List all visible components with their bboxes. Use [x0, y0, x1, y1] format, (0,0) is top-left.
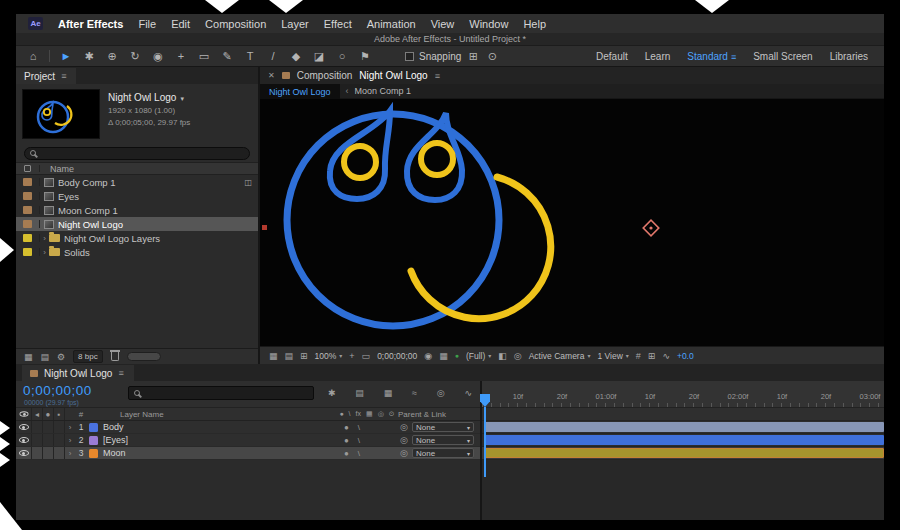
preview-comp-name[interactable]: Night Owl Logo▾: [108, 92, 190, 103]
composition-tab-name[interactable]: Night Owl Logo: [359, 70, 427, 81]
eye-icon[interactable]: [19, 437, 29, 443]
workspace-small-screen[interactable]: Small Screen: [753, 51, 812, 62]
expander-icon[interactable]: ›: [40, 234, 49, 243]
layer-name-column-header[interactable]: Layer Name: [100, 410, 338, 419]
menu-help[interactable]: Help: [523, 18, 546, 30]
timeline-track-area[interactable]: 10f 20f 01:00f 10f 20f 02:00f 10f 20f 03…: [482, 381, 884, 520]
time-ruler[interactable]: 10f 20f 01:00f 10f 20f 02:00f 10f 20f 03…: [482, 381, 884, 408]
label-chip[interactable]: [23, 220, 32, 228]
timeline-wave-icon[interactable]: ∿: [662, 351, 670, 361]
project-item-solids[interactable]: › Solids: [16, 245, 258, 259]
search-input[interactable]: [24, 147, 250, 160]
layer-name[interactable]: Body: [103, 422, 338, 432]
quality-toggle-icon[interactable]: \: [358, 449, 360, 458]
project-settings-icon[interactable]: ⚙: [57, 352, 65, 362]
magnification-grid-icon[interactable]: ▤: [285, 351, 294, 361]
quality-toggle-icon[interactable]: \: [358, 423, 360, 432]
choose-grid-icon[interactable]: ⊞: [300, 351, 308, 361]
project-item-night-owl-logo-layers[interactable]: › Night Owl Logo Layers: [16, 231, 258, 245]
brush-tool-icon[interactable]: /: [266, 51, 280, 62]
workspace-libraries[interactable]: Libraries: [830, 51, 868, 62]
menu-edit[interactable]: Edit: [171, 18, 190, 30]
hide-shy-layers-icon[interactable]: ▦: [384, 388, 393, 398]
project-item-body-comp-1[interactable]: Body Comp 1 ◫: [16, 175, 258, 189]
bit-depth-badge[interactable]: 8 bpc: [73, 350, 103, 363]
label-chip[interactable]: [23, 248, 32, 256]
parent-dropdown[interactable]: None ▾: [412, 422, 474, 432]
label-chip[interactable]: [23, 178, 32, 186]
parent-link-column-header[interactable]: Parent & Link: [396, 410, 480, 419]
camera-select[interactable]: Active Camera: [529, 351, 585, 361]
panel-menu-icon[interactable]: ≡: [118, 368, 123, 378]
composition-mini-flowchart-icon[interactable]: ✱: [328, 388, 336, 398]
interpret-footage-icon[interactable]: ▦: [24, 352, 33, 362]
expander-icon[interactable]: ›: [65, 436, 75, 445]
breadcrumb-current[interactable]: Night Owl Logo: [260, 84, 340, 99]
breadcrumb-parent[interactable]: Moon Comp 1: [355, 86, 412, 96]
eye-icon[interactable]: [19, 424, 29, 430]
snap-target-icon[interactable]: ⊙: [485, 51, 499, 62]
layer-row-moon[interactable]: › 3 Moon ● \ ◎ None ▾: [16, 447, 480, 460]
layer-row-eyes[interactable]: › 2 [Eyes] ● \ ◎ None ▾: [16, 434, 480, 447]
menu-animation[interactable]: Animation: [367, 18, 416, 30]
expander-icon[interactable]: ›: [65, 423, 75, 432]
camera-tool-icon[interactable]: ◉: [151, 51, 165, 62]
tab-timeline-night-owl-logo[interactable]: Night Owl Logo ≡: [22, 365, 134, 381]
composition-thumbnail[interactable]: [22, 89, 100, 139]
puppet-pin-tool-icon[interactable]: ⚑: [358, 51, 372, 62]
panel-menu-icon[interactable]: ≡: [435, 71, 440, 81]
menu-view[interactable]: View: [431, 18, 455, 30]
parent-pickwhip-icon[interactable]: ◎: [396, 435, 412, 445]
menu-effect[interactable]: Effect: [324, 18, 352, 30]
frame-blending-icon[interactable]: ≈: [412, 388, 417, 398]
snapshot-icon[interactable]: ◉: [424, 351, 432, 361]
channel-select-icon[interactable]: ◎: [514, 351, 522, 361]
region-of-interest-icon[interactable]: ▭: [362, 351, 371, 361]
number-column-header[interactable]: #: [75, 410, 87, 419]
composition-tab-prefix[interactable]: Composition: [297, 70, 353, 81]
selection-tool-icon[interactable]: ►: [59, 51, 73, 62]
name-column-header[interactable]: Name: [40, 164, 74, 174]
label-chip[interactable]: [23, 206, 32, 214]
project-item-night-owl-logo[interactable]: Night Owl Logo: [16, 217, 258, 231]
resolution-select[interactable]: (Full): [466, 351, 485, 361]
label-chip[interactable]: [23, 234, 32, 242]
layer-bar-row-body[interactable]: [482, 421, 884, 434]
shy-toggle-icon[interactable]: ●: [344, 436, 349, 445]
workspace-standard[interactable]: Standard≡: [687, 51, 736, 62]
menu-layer[interactable]: Layer: [281, 18, 309, 30]
layer-label-chip[interactable]: [89, 436, 98, 445]
menu-window[interactable]: Window: [469, 18, 508, 30]
exposure-value[interactable]: +0.0: [677, 351, 694, 361]
orbit-tool-icon[interactable]: ↻: [128, 51, 142, 62]
new-folder-icon[interactable]: ▤: [41, 352, 50, 362]
guides-icon[interactable]: ⊞: [648, 351, 656, 361]
panel-menu-icon[interactable]: ≡: [61, 71, 66, 81]
layer-duration-bar[interactable]: [485, 422, 884, 432]
timeline-search-input[interactable]: [128, 386, 314, 400]
transparency-grid-icon[interactable]: ◧: [498, 351, 507, 361]
shape-tool-icon[interactable]: ▭: [197, 51, 211, 62]
clone-stamp-tool-icon[interactable]: ◆: [289, 51, 303, 62]
workspace-default[interactable]: Default: [596, 51, 628, 62]
project-item-moon-comp-1[interactable]: Moon Comp 1: [16, 203, 258, 217]
layer-label-chip[interactable]: [89, 423, 98, 432]
zoom-tool-icon[interactable]: ⊕: [105, 51, 119, 62]
layer-duration-bar[interactable]: [485, 448, 884, 458]
snap-grid-icon[interactable]: ⊞: [466, 51, 480, 62]
layer-bar-row-eyes[interactable]: [482, 434, 884, 447]
view-layout-select[interactable]: 1 View: [597, 351, 622, 361]
expander-icon[interactable]: ›: [40, 248, 49, 257]
shy-toggle-icon[interactable]: ●: [344, 449, 349, 458]
type-tool-icon[interactable]: T: [243, 51, 257, 62]
fast-previews-icon[interactable]: ●: [455, 352, 459, 359]
menu-file[interactable]: File: [138, 18, 156, 30]
playhead-handle[interactable]: [480, 394, 490, 407]
menu-composition[interactable]: Composition: [205, 18, 266, 30]
composition-viewport[interactable]: [260, 99, 884, 346]
zoom-level[interactable]: 100%: [315, 351, 337, 361]
hand-tool-icon[interactable]: ✱: [82, 51, 96, 62]
parent-dropdown[interactable]: None ▾: [412, 448, 474, 458]
graph-editor-icon[interactable]: ∿: [464, 388, 472, 398]
workspace-learn[interactable]: Learn: [645, 51, 671, 62]
